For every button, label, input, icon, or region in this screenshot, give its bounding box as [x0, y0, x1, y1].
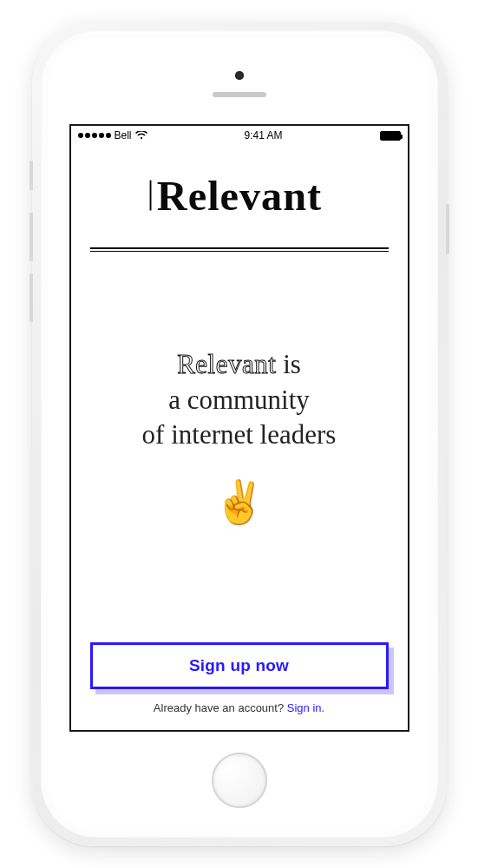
header-divider [90, 247, 389, 249]
phone-frame-mid: Bell 9:41 AM Relevant [41, 30, 438, 838]
signin-link[interactable]: Sign in. [287, 701, 324, 714]
front-camera [235, 71, 244, 80]
wifi-icon [135, 131, 147, 140]
hero-line2: a community [168, 385, 310, 415]
carrier-label: Bell [115, 129, 132, 141]
status-bar-left: Bell [78, 129, 147, 141]
signin-prompt: Already have an account? [154, 701, 287, 714]
volume-up-button [29, 213, 33, 261]
hero-text: Relevant is a community of internet lead… [142, 347, 337, 454]
hero-section: Relevant is a community of internet lead… [90, 249, 389, 642]
signal-strength-icon [78, 133, 111, 138]
power-button [446, 204, 449, 254]
mute-switch [29, 161, 33, 190]
hero-line1-rest: is [276, 349, 300, 379]
home-button[interactable] [212, 753, 267, 808]
volume-down-button [29, 273, 33, 322]
peace-emoji-icon: ✌️ [213, 477, 265, 527]
svg-text:Relevant: Relevant [156, 173, 321, 219]
phone-frame-inner: Bell 9:41 AM Relevant [48, 37, 431, 831]
hero-line3: of internet leaders [142, 419, 337, 450]
hero-brand-word: Relevant [177, 349, 276, 379]
app-logo: Relevant [90, 173, 389, 225]
signin-row: Already have an account? Sign in. [90, 701, 389, 714]
status-bar: Bell 9:41 AM [71, 126, 408, 145]
phone-frame-outer: Bell 9:41 AM Relevant [32, 22, 447, 846]
status-bar-time: 9:41 AM [147, 129, 380, 141]
status-bar-right [380, 131, 401, 141]
cta-wrap: Sign up now [90, 642, 389, 689]
top-hardware [48, 37, 431, 124]
earpiece-speaker [213, 92, 266, 97]
screen: Bell 9:41 AM Relevant [69, 124, 409, 732]
signup-button[interactable]: Sign up now [90, 642, 389, 689]
app-content: Relevant Relevant is a community of inte… [71, 145, 408, 730]
battery-icon [380, 131, 401, 141]
